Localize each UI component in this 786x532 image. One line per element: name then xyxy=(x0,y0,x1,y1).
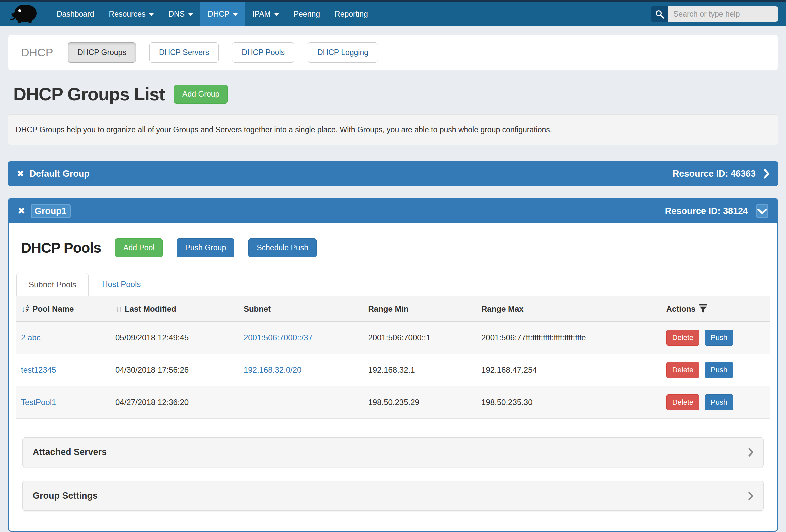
table-header-row: ↓AZ Pool Name ↓↑ Last Modified Subnet xyxy=(16,296,770,322)
sort-both-icon[interactable]: ↓↑ xyxy=(115,304,121,314)
range-min-cell: 2001:506:7000::1 xyxy=(363,322,476,354)
nav-dashboard[interactable]: Dashboard xyxy=(49,2,102,26)
chevron-right-icon xyxy=(748,491,753,501)
subnet-pools-table: ↓AZ Pool Name ↓↑ Last Modified Subnet xyxy=(16,296,770,419)
last-modified-cell: 05/09/2018 12:49:45 xyxy=(110,322,238,354)
search-input[interactable] xyxy=(668,6,778,22)
accordion-title: Attached Servers xyxy=(33,447,107,457)
app-logo-mammoth-icon[interactable] xyxy=(9,4,39,24)
pool-name-link[interactable]: test12345 xyxy=(21,365,56,374)
caret-down-icon xyxy=(149,13,154,16)
dhcp-section-tabbar: DHCP DHCP Groups DHCP Servers DHCP Pools… xyxy=(8,35,778,70)
push-pool-button[interactable]: Push xyxy=(705,394,733,410)
nav-dhcp-label: DHCP xyxy=(208,10,229,19)
tab-dhcp-pools[interactable]: DHCP Pools xyxy=(232,42,294,63)
nav-peering[interactable]: Peering xyxy=(286,2,327,26)
section-label: DHCP xyxy=(21,46,53,59)
delete-pool-button[interactable]: Delete xyxy=(666,394,700,410)
dhcp-groups-description: DHCP Groups help you to organize all of … xyxy=(8,114,778,145)
add-group-button[interactable]: Add Group xyxy=(174,85,228,104)
tab-subnet-pools[interactable]: Subnet Pools xyxy=(16,273,89,296)
range-max-cell: 2001:506:77ff:ffff:ffff:ffff:ffff:fffe xyxy=(476,322,661,354)
filter-icon[interactable] xyxy=(699,304,707,313)
remove-group-icon[interactable]: ✖ xyxy=(18,207,25,216)
caret-down-icon xyxy=(233,13,238,16)
push-group-button[interactable]: Push Group xyxy=(177,238,234,257)
group1-body: DHCP Pools Add Pool Push Group Schedule … xyxy=(9,223,777,531)
sort-alpha-asc-icon[interactable]: ↓AZ xyxy=(21,304,29,314)
delete-pool-button[interactable]: Delete xyxy=(666,330,700,346)
tab-dhcp-groups[interactable]: DHCP Groups xyxy=(68,42,136,63)
global-search xyxy=(651,6,778,22)
chevron-down-icon[interactable] xyxy=(756,204,768,218)
group-bar-group1[interactable]: ✖ Group1 Resource ID: 38124 xyxy=(9,199,777,223)
accordion-group-settings[interactable]: Group Settings xyxy=(22,481,764,511)
page-head: DHCP Groups List Add Group xyxy=(8,84,778,104)
main-navbar: Dashboard Resources DNS DHCP IPAM Peerin… xyxy=(0,2,786,26)
nav-ipam-label: IPAM xyxy=(252,10,271,19)
table-row: 2 abc 05/09/2018 12:49:45 2001:506:7000:… xyxy=(16,322,770,354)
range-max-cell: 192.168.47.254 xyxy=(476,354,661,386)
resource-id: Resource ID: 46363 xyxy=(673,169,756,179)
group-bar-default-group[interactable]: ✖ Default Group Resource ID: 46363 xyxy=(8,161,778,186)
range-min-cell: 198.50.235.29 xyxy=(363,386,476,419)
nav-dns[interactable]: DNS xyxy=(161,2,200,26)
tab-dhcp-servers[interactable]: DHCP Servers xyxy=(149,42,219,63)
nav-resources-label: Resources xyxy=(109,10,146,19)
nav-reporting[interactable]: Reporting xyxy=(327,2,375,26)
pool-name-link[interactable]: 2 abc xyxy=(21,333,41,342)
pool-tabs: Subnet Pools Host Pools xyxy=(16,273,770,296)
nav-peering-label: Peering xyxy=(294,10,320,19)
nav-reporting-label: Reporting xyxy=(335,10,368,19)
search-icon[interactable] xyxy=(651,6,668,22)
nav-dashboard-label: Dashboard xyxy=(57,10,94,19)
tab-dhcp-logging[interactable]: DHCP Logging xyxy=(308,42,378,63)
nav-ipam[interactable]: IPAM xyxy=(245,2,286,26)
column-header-subnet[interactable]: Subnet xyxy=(238,296,363,322)
caret-down-icon xyxy=(274,13,279,16)
chevron-right-icon[interactable] xyxy=(764,169,769,179)
subnet-cell-empty xyxy=(238,386,363,419)
caret-down-icon xyxy=(188,13,193,16)
push-pool-button[interactable]: Push xyxy=(705,362,733,378)
add-pool-button[interactable]: Add Pool xyxy=(115,238,163,257)
last-modified-cell: 04/30/2018 17:56:26 xyxy=(110,354,238,386)
dhcp-pools-title: DHCP Pools xyxy=(21,240,101,256)
nav-resources[interactable]: Resources xyxy=(102,2,161,26)
resource-id: Resource ID: 38124 xyxy=(665,206,748,216)
column-header-range-max[interactable]: Range Max xyxy=(476,296,661,322)
column-header-range-min[interactable]: Range Min xyxy=(363,296,476,322)
chevron-right-icon xyxy=(748,448,753,457)
table-row: test12345 04/30/2018 17:56:26 192.168.32… xyxy=(16,354,770,386)
push-pool-button[interactable]: Push xyxy=(705,330,733,346)
table-row: TestPool1 04/27/2018 12:36:20 198.50.235… xyxy=(16,386,770,419)
pool-name-link[interactable]: TestPool1 xyxy=(21,398,56,407)
delete-pool-button[interactable]: Delete xyxy=(666,362,700,378)
page-title: DHCP Groups List xyxy=(13,84,165,104)
dhcp-pools-header: DHCP Pools Add Pool Push Group Schedule … xyxy=(16,238,770,257)
tab-host-pools[interactable]: Host Pools xyxy=(90,273,153,296)
accordion-attached-servers[interactable]: Attached Servers xyxy=(22,437,764,467)
nav-dhcp[interactable]: DHCP xyxy=(200,2,245,26)
schedule-push-button[interactable]: Schedule Push xyxy=(248,238,317,257)
last-modified-cell: 04/27/2018 12:36:20 xyxy=(110,386,238,419)
nav-dns-label: DNS xyxy=(168,10,185,19)
range-max-cell: 198.50.235.30 xyxy=(476,386,661,419)
accordion-title: Group Settings xyxy=(33,491,98,501)
group-name: Default Group xyxy=(30,169,90,179)
subnet-link[interactable]: 2001:506:7000::/37 xyxy=(244,333,313,342)
subnet-link[interactable]: 192.168.32.0/20 xyxy=(244,365,302,374)
range-min-cell: 192.168.32.1 xyxy=(363,354,476,386)
column-header-last-modified[interactable]: ↓↑ Last Modified xyxy=(110,296,238,322)
main-nav: Dashboard Resources DNS DHCP IPAM Peerin… xyxy=(49,2,375,26)
column-header-pool-name[interactable]: ↓AZ Pool Name xyxy=(16,296,110,322)
column-header-actions[interactable]: Actions xyxy=(661,296,770,322)
remove-group-icon[interactable]: ✖ xyxy=(17,169,24,178)
group-panel-group1: ✖ Group1 Resource ID: 38124 DHCP Pools A… xyxy=(8,198,778,532)
group-name-link[interactable]: Group1 xyxy=(31,204,71,218)
